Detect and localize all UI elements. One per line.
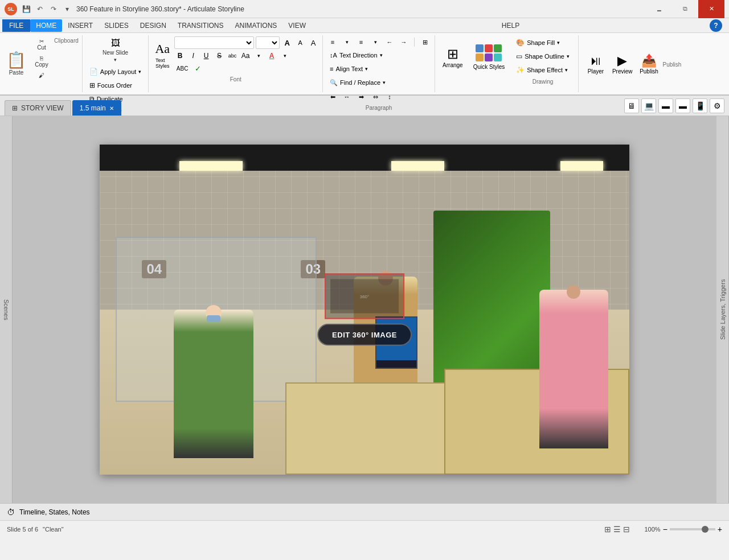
- grid-view-icon[interactable]: ⊞: [604, 525, 611, 534]
- quick-redo-button[interactable]: ↷: [48, 3, 59, 15]
- menu-view[interactable]: VIEW: [282, 19, 312, 32]
- indent-increase-button[interactable]: →: [398, 36, 410, 48]
- case-dropdown-button[interactable]: ▾: [253, 50, 264, 61]
- drawing-group: ⊞ Arrange Quick Styles 🎨 Shape Fill ▾: [435, 35, 579, 92]
- monitor-view-button[interactable]: 🖥: [624, 98, 639, 113]
- person-right-head: [567, 285, 580, 299]
- main-tab[interactable]: 1.5 main ✕: [72, 100, 121, 116]
- list-view-icon[interactable]: ☰: [613, 525, 621, 534]
- preview-button[interactable]: ▶ Preview: [609, 43, 636, 84]
- menu-transitions[interactable]: TRANSITIONS: [172, 19, 230, 32]
- indent-decrease-button[interactable]: ←: [383, 36, 396, 48]
- timeline-icon: ⏱: [7, 508, 15, 517]
- font-color-dropdown-button[interactable]: ▾: [279, 50, 290, 61]
- underline-button[interactable]: U: [200, 50, 212, 61]
- num-list-button[interactable]: ≡: [355, 36, 367, 48]
- quick-styles-button[interactable]: Quick Styles: [468, 36, 510, 77]
- zoom-out-button[interactable]: −: [663, 525, 667, 534]
- menu-animations[interactable]: ANIMATIONS: [230, 19, 283, 32]
- bold-button[interactable]: B: [174, 50, 186, 61]
- subscript-button[interactable]: abc: [227, 50, 238, 61]
- quick-undo-button[interactable]: ↶: [34, 3, 46, 15]
- sort-icon[interactable]: ⊟: [623, 525, 630, 534]
- settings-view-button[interactable]: ⚙: [710, 98, 724, 113]
- menu-slides[interactable]: SLIDES: [99, 19, 134, 32]
- bullet-dropdown-button[interactable]: ▾: [341, 36, 353, 48]
- close-button[interactable]: ✕: [698, 0, 724, 18]
- laptop-view-button[interactable]: 💻: [641, 98, 656, 113]
- publish-icon: 📤: [641, 53, 657, 68]
- menu-home[interactable]: HOME: [30, 19, 62, 32]
- font-size-select[interactable]: [256, 36, 280, 49]
- main-area: Scenes 04 03: [0, 116, 729, 503]
- light-3: [560, 161, 603, 171]
- slide-canvas[interactable]: 04 03: [100, 145, 629, 475]
- minimize-button[interactable]: 🗕: [646, 0, 672, 18]
- format-painter-button[interactable]: 🖌: [30, 71, 53, 80]
- drawing-label: Drawing: [512, 79, 574, 85]
- edit-360-button[interactable]: EDIT 360° IMAGE: [317, 324, 412, 346]
- justify-button[interactable]: ⇔: [369, 91, 382, 102]
- publish-group: ⏯ Player ▶ Preview 📤 Publish Publish: [579, 35, 686, 92]
- case-button[interactable]: Aa: [240, 50, 251, 61]
- quick-dropdown-button[interactable]: ▾: [62, 3, 73, 15]
- paste-button[interactable]: 📋 Paste: [3, 36, 29, 91]
- num-dropdown-button[interactable]: ▾: [369, 36, 382, 48]
- find-replace-button[interactable]: 🔍 Find / Replace ▾: [326, 76, 389, 89]
- cut-button[interactable]: ✂ Cut: [30, 36, 53, 52]
- spellcheck-button[interactable]: ✓: [192, 63, 203, 74]
- menu-insert[interactable]: INSERT: [62, 19, 99, 32]
- window-title: 360 Feature in Storyline 360.story* - Ar…: [76, 5, 244, 13]
- font-color-button[interactable]: A: [266, 50, 277, 61]
- ribbon: 📋 Paste ✂ Cut ⎘ Copy 🖌 Clipboard 🖼 New S…: [0, 33, 729, 96]
- person-left-mask: [207, 315, 220, 322]
- quick-save-button[interactable]: 💾: [21, 3, 32, 15]
- align-left-button[interactable]: ⬅: [326, 91, 339, 102]
- bullet-list-button[interactable]: ≡: [326, 36, 339, 48]
- menu-design[interactable]: DESIGN: [134, 19, 172, 32]
- landscape-view-button[interactable]: ▬: [675, 98, 690, 113]
- align-center-button[interactable]: ↔: [341, 91, 353, 102]
- copy-button[interactable]: ⎘ Copy: [30, 53, 53, 69]
- strikethrough-button[interactable]: S: [214, 50, 225, 61]
- align-text-button[interactable]: ≡ Align Text ▾: [326, 63, 371, 75]
- edit-360-container: 360° EDIT 360° IMAGE: [317, 274, 412, 346]
- text-styles-button[interactable]: Aa TextStyles: [152, 39, 173, 72]
- font-decrease-button[interactable]: A: [294, 37, 306, 48]
- text-shadow-button[interactable]: A: [308, 37, 319, 48]
- abc-check-button[interactable]: ABC: [174, 63, 190, 74]
- light-1: [179, 161, 243, 171]
- restore-button[interactable]: ⧉: [672, 0, 698, 18]
- columns-button[interactable]: ⊞: [419, 36, 431, 48]
- focus-order-button[interactable]: ⊞ Focus Order: [86, 79, 145, 92]
- player-button[interactable]: ⏯ Player: [583, 43, 608, 84]
- canvas-area: 04 03: [13, 116, 716, 503]
- zoom-in-button[interactable]: +: [718, 525, 722, 534]
- shape-effect-button[interactable]: ✨ Shape Effect ▾: [512, 64, 574, 76]
- align-right-button[interactable]: ➡: [355, 91, 367, 102]
- shape-fill-button[interactable]: 🎨 Shape Fill ▾: [512, 36, 574, 49]
- arrange-button[interactable]: ⊞ Arrange: [440, 36, 466, 77]
- menu-file[interactable]: FILE: [2, 19, 30, 32]
- font-increase-button[interactable]: A: [281, 37, 293, 48]
- publish-button[interactable]: 📤 Publish: [637, 43, 662, 84]
- selection-box[interactable]: 360°: [325, 274, 404, 319]
- text-direction-button[interactable]: ↕A Text Direction ▾: [326, 49, 386, 61]
- phone-view-button[interactable]: 📱: [693, 98, 707, 113]
- tab-close-button[interactable]: ✕: [109, 105, 114, 112]
- italic-button[interactable]: I: [187, 50, 199, 61]
- story-view-tab[interactable]: ⊞ STORY VIEW: [5, 100, 71, 116]
- apply-layout-button[interactable]: 📄 Apply Layout ▾: [86, 65, 145, 78]
- shape-outline-button[interactable]: ▭ Shape Outline ▾: [512, 50, 574, 63]
- timeline-panel[interactable]: ⏱ Timeline, States, Notes: [0, 503, 729, 520]
- slide-layers-panel[interactable]: Slide Layers, Triggers: [716, 116, 729, 503]
- font-family-select[interactable]: [174, 36, 254, 49]
- zoom-slider[interactable]: [670, 528, 715, 530]
- tablet-view-button[interactable]: ▬: [658, 98, 673, 113]
- new-slide-button[interactable]: 🖼 New Slide ▾: [86, 36, 145, 64]
- line-spacing-button[interactable]: ↕: [383, 91, 396, 102]
- help-button[interactable]: ?: [710, 19, 722, 32]
- scenes-panel[interactable]: Scenes: [0, 116, 13, 503]
- zoom-thumb[interactable]: [702, 526, 708, 533]
- menu-help[interactable]: HELP: [496, 19, 525, 32]
